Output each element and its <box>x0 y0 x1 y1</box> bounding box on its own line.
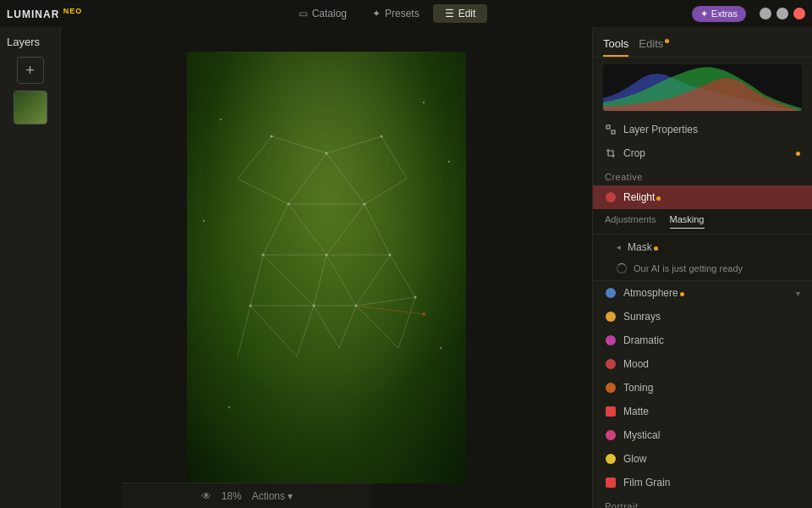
layer-properties-label: Layer Properties <box>623 124 800 135</box>
svg-point-50 <box>422 312 425 316</box>
svg-point-34 <box>262 254 265 257</box>
mood-item[interactable]: Mood <box>593 352 812 376</box>
svg-line-29 <box>381 136 407 179</box>
mask-dot <box>654 246 658 251</box>
bottom-bar: 👁 18% Actions ▾ <box>122 483 372 508</box>
restore-button[interactable] <box>776 8 788 19</box>
crop-label: Crop <box>623 147 787 159</box>
svg-line-6 <box>365 204 390 255</box>
svg-line-12 <box>326 255 356 306</box>
svg-line-20 <box>297 306 314 356</box>
svg-line-3 <box>263 204 288 255</box>
tab-tools[interactable]: Tools <box>603 34 628 57</box>
glow-icon <box>605 453 617 465</box>
visibility-icon[interactable]: 👁 <box>201 490 211 502</box>
histogram <box>603 64 802 111</box>
glow-item[interactable]: Glow <box>593 447 812 471</box>
svg-line-13 <box>356 255 390 306</box>
svg-line-30 <box>365 179 407 204</box>
ai-spinner-icon <box>617 263 627 273</box>
canvas-image[interactable] <box>187 52 466 483</box>
toning-item[interactable]: Toning <box>593 376 812 400</box>
svg-point-43 <box>220 119 222 120</box>
app-logo: LUMINAR NEO <box>7 7 82 20</box>
relight-tab-adjustments[interactable]: Adjustments <box>605 214 656 229</box>
actions-button[interactable]: Actions ▾ <box>252 490 294 502</box>
layer-properties-item[interactable]: Layer Properties <box>593 118 812 141</box>
relight-tab-masking[interactable]: Masking <box>670 214 705 229</box>
svg-point-44 <box>423 102 425 103</box>
svg-point-41 <box>271 135 273 138</box>
panel-tabs: Tools Edits <box>593 27 812 58</box>
edit-icon: ☰ <box>445 8 454 19</box>
tab-edits[interactable]: Edits <box>639 34 669 57</box>
presets-icon: ✦ <box>372 8 381 19</box>
minimize-button[interactable] <box>760 8 771 19</box>
ai-status: Our AI is just getting ready <box>593 260 812 280</box>
layers-panel: Layers + <box>0 27 61 508</box>
mystical-label: Mystical <box>623 429 800 441</box>
titlebar: LUMINAR NEO ▭ Catalog ✦ Presets ☰ Edit ✦… <box>0 0 812 27</box>
creative-header: Creative <box>593 165 812 185</box>
sunrays-icon <box>605 311 617 323</box>
panel-body: Layer Properties Crop Creative Relight <box>593 58 812 508</box>
svg-line-23 <box>356 306 398 348</box>
ai-status-text: Our AI is just getting ready <box>634 263 743 273</box>
right-panel: Tools Edits <box>592 27 812 508</box>
matte-label: Matte <box>623 406 800 417</box>
nav-presets[interactable]: ✦ Presets <box>360 4 431 23</box>
matte-item[interactable]: Matte <box>593 400 812 423</box>
mask-item[interactable]: ◂ Mask <box>593 235 812 260</box>
svg-point-46 <box>203 220 205 222</box>
nav-catalog[interactable]: ▭ Catalog <box>287 4 359 23</box>
layer-thumbnail[interactable] <box>14 91 47 124</box>
relight-tabs: Adjustments Masking <box>593 209 812 235</box>
mystical-item[interactable]: Mystical <box>593 423 812 447</box>
relight-label: Relight <box>623 191 800 203</box>
dramatic-label: Dramatic <box>623 334 800 346</box>
svg-line-10 <box>263 255 314 306</box>
crop-item[interactable]: Crop <box>593 141 812 165</box>
crop-icon <box>605 147 617 159</box>
svg-point-37 <box>250 305 252 307</box>
relight-icon <box>605 191 617 203</box>
svg-line-19 <box>250 306 297 356</box>
toning-icon <box>605 382 617 394</box>
mood-icon <box>605 358 617 370</box>
dramatic-icon <box>605 334 617 346</box>
relight-subpanel: Adjustments Masking ◂ Mask Our AI is jus… <box>593 209 812 281</box>
close-button[interactable] <box>793 8 805 19</box>
sunrays-label: Sunrays <box>623 311 800 323</box>
film-grain-item[interactable]: Film Grain <box>593 471 812 494</box>
toning-label: Toning <box>623 382 800 394</box>
atmosphere-icon <box>605 287 617 299</box>
film-grain-label: Film Grain <box>623 477 800 489</box>
svg-line-17 <box>356 297 415 306</box>
svg-line-24 <box>398 297 415 348</box>
catalog-icon: ▭ <box>299 8 308 19</box>
dramatic-item[interactable]: Dramatic <box>593 329 812 352</box>
svg-line-0 <box>288 153 326 204</box>
svg-point-47 <box>440 347 442 349</box>
svg-point-48 <box>228 406 230 408</box>
mood-label: Mood <box>623 358 800 370</box>
mystical-icon <box>605 429 617 441</box>
add-layer-button[interactable]: + <box>17 57 44 84</box>
sunrays-item[interactable]: Sunrays <box>593 305 812 329</box>
svg-line-14 <box>390 255 415 297</box>
layer-thumb-image <box>14 91 47 124</box>
svg-line-21 <box>314 306 339 348</box>
nav-edit[interactable]: ☰ Edit <box>433 4 488 23</box>
atmosphere-item[interactable]: Atmosphere ▾ <box>593 281 812 305</box>
svg-point-40 <box>414 296 417 299</box>
extras-button[interactable]: ✦ Extras <box>692 6 746 22</box>
svg-line-18 <box>238 306 250 356</box>
titlebar-right: ✦ Extras <box>692 6 805 22</box>
mask-chevron-icon: ◂ <box>617 243 621 251</box>
relight-item[interactable]: Relight <box>593 185 812 209</box>
svg-point-36 <box>389 254 392 257</box>
svg-line-28 <box>238 179 288 204</box>
svg-point-35 <box>326 254 328 257</box>
svg-line-49 <box>356 306 424 314</box>
svg-point-38 <box>313 305 315 307</box>
